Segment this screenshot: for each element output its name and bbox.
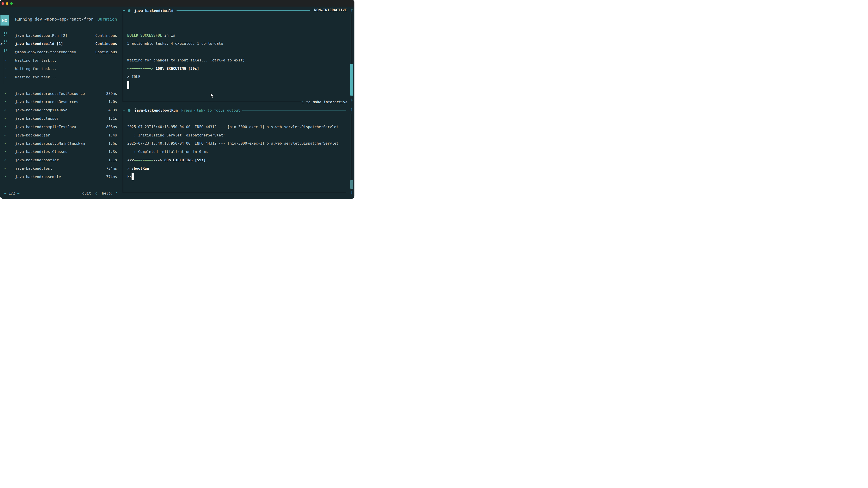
terminal-line: kk [127,173,338,181]
task-row-completed[interactable]: ✓java-backend:assemble774ms [0,173,120,181]
terminal-line [127,48,245,56]
spinner-icon [4,32,7,36]
task-duration: 1.3s [108,148,117,156]
checkmark-icon: ✓ [4,173,7,181]
scroll-down-icon[interactable]: ↓ [350,190,353,195]
pane-build-scrollbar-track[interactable] [350,14,352,64]
task-row-completed[interactable]: ✓java-backend:processTestResource889ms [0,90,120,98]
close-button-icon[interactable] [2,2,4,5]
focus-output-hint: Press <tab> to focus output [181,106,240,115]
pane-build-scrollbar-thumb[interactable] [350,64,353,96]
task-duration: 4.3s [108,106,117,114]
task-row-running[interactable]: java-backend:bootRun [2]Continuous [0,31,120,40]
task-duration: 1.0s [108,98,117,106]
checkmark-icon: ✓ [4,156,7,164]
checkmark-icon: ✓ [4,90,7,98]
terminal-line: <<<=========---> 80% EXECUTING [59s] [127,156,338,164]
spinner-icon [4,40,7,44]
terminal-line: 2025-07-23T13:40:18.950-04:00 INFO 44312… [127,139,338,148]
checkmark-icon: ✓ [4,139,7,148]
task-name: java-backend:processResources [15,98,78,106]
scroll-down-icon[interactable]: ↓ [350,98,353,102]
terminal-line: Waiting for changes to input files... (c… [127,56,245,65]
pane-bootrun-title: java-backend:bootRun [134,106,178,115]
terminal-line: 2025-07-23T13:40:18.950-04:00 INFO 44312… [127,123,338,131]
task-duration: 734ms [106,164,117,173]
interactive-hint-text: to make interactive [304,100,348,104]
pane-build-output: BUILD SUCCESSFUL in 1s5 actionable tasks… [127,31,245,90]
block-cursor [127,81,129,89]
task-row-completed[interactable]: ✓java-backend:compileTestJava808ms [0,123,120,131]
checkmark-icon: ✓ [4,98,7,106]
pane-build-header-rule [177,10,310,11]
task-duration: 1.1s [108,156,117,164]
spinner-icon [4,49,7,53]
task-name: java-backend:compileTestJava [15,123,76,131]
task-row-waiting[interactable]: ·Waiting for task... [0,56,120,65]
interactive-hint: i to make interactive [302,98,347,106]
nx-logo: NX [0,15,9,26]
task-row-completed[interactable]: ✓java-backend:test734ms [0,164,120,173]
screenshot-stage: NX Running dev @mono-app/react-fron Dura… [0,0,354,199]
minimize-button-icon[interactable] [6,2,8,5]
task-name: java-backend:processTestResource [15,90,85,98]
titlebar [0,0,354,6]
task-status-dot-icon [128,109,130,112]
checkmark-icon: ✓ [4,148,7,156]
task-name: Waiting for task... [15,65,57,73]
block-cursor [131,173,133,180]
pagination[interactable]: ← 1/2 → [4,189,20,197]
maximize-button-icon[interactable] [10,2,13,5]
pane-build-bottom-border [123,102,301,102]
keyboard-hints: quit: q help: ? [82,189,117,197]
task-row-completed[interactable]: ✓java-backend:resolveMainClassNam1.5s [0,139,120,148]
task-duration: 889ms [106,90,117,98]
task-name: java-backend:compileJava [15,106,67,114]
task-duration: 774ms [106,173,117,181]
task-row-waiting[interactable]: ·Waiting for task... [0,65,120,73]
quit-label: quit: [82,191,95,195]
scroll-up-icon[interactable]: ↑ [350,8,353,12]
interactive-hint-key: i [302,100,304,104]
task-row-running[interactable]: >java-backend:build [1]Continuous [0,39,120,48]
task-name: Waiting for task... [15,56,57,65]
task-duration: 1.1s [108,114,117,123]
checkmark-icon: ✓ [4,131,7,139]
task-row-running[interactable]: @mono-app/react-frontend:devContinuous [0,48,120,56]
pane-bootrun-header[interactable]: java-backend:bootRun Press <tab> to focu… [127,106,352,115]
task-row-completed[interactable]: ✓java-backend:compileJava4.3s [0,106,120,114]
task-name: Waiting for task... [15,73,57,81]
task-name: java-backend:bootRun [2] [15,31,67,40]
task-name: java-backend:resolveMainClassNam [15,139,85,148]
checkmark-icon: ✓ [4,164,7,173]
terminal-line: : Initializing Servlet 'dispatcherServle… [127,131,338,140]
checkmark-icon: ✓ [4,106,7,114]
scroll-up-icon[interactable]: ↑ [350,107,353,112]
task-status-dot-icon [128,9,130,12]
terminal-line: > IDLE [127,73,245,81]
task-row-completed[interactable]: ✓java-backend:bootJar1.1s [0,156,120,164]
task-name: @mono-app/react-frontend:dev [15,48,76,56]
prev-page-icon[interactable]: ← [4,191,8,195]
task-row-completed[interactable]: ✓java-backend:classes1.1s [0,114,120,123]
waiting-bullet-icon: · [5,65,7,73]
task-row-completed[interactable]: ✓java-backend:processResources1.0s [0,98,120,106]
task-duration: 1.5s [108,139,117,148]
pane-build-corner [123,10,125,11]
task-row-completed[interactable]: ✓java-backend:jar1.4s [0,131,120,139]
quit-key: q [95,191,98,195]
app-window: NX Running dev @mono-app/react-fron Dura… [0,0,354,199]
task-name: java-backend:build [1] [15,39,63,48]
task-row-completed[interactable]: ✓java-backend:testClasses1.3s [0,148,120,156]
terminal-line: 5 actionable tasks: 4 executed, 1 up-to-… [127,39,245,48]
task-name: java-backend:jar [15,131,50,139]
pane-bootrun-corner [123,110,125,110]
task-name: java-backend:test [15,164,52,173]
terminal-line: : Completed initialization in 0 ms [127,148,338,156]
next-page-icon[interactable]: → [15,191,20,195]
pane-bootrun-scrollbar-track[interactable] [350,114,352,180]
pane-bootrun-scrollbar-thumb[interactable] [350,180,353,189]
pane-build-left-border [123,11,123,102]
pane-bootrun-output: 2025-07-23T13:40:18.950-04:00 INFO 44312… [127,123,338,181]
task-row-waiting[interactable]: ·Waiting for task... [0,73,120,81]
